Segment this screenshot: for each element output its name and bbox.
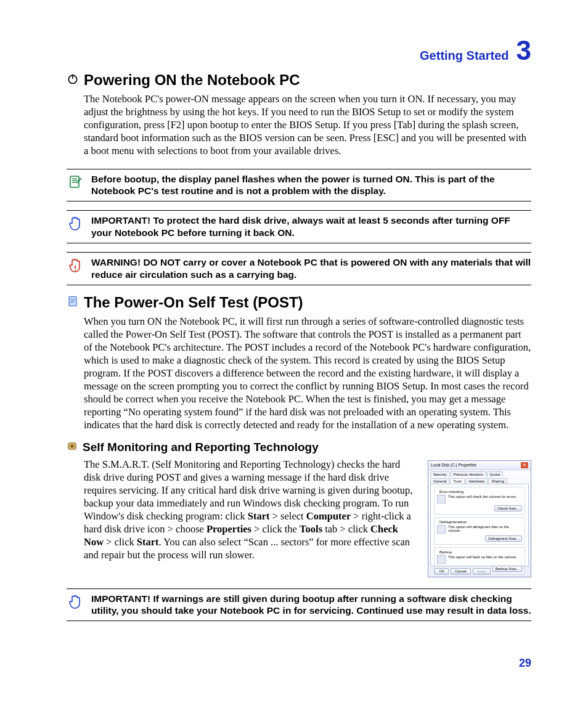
cancel-button[interactable]: Cancel	[451, 568, 471, 574]
manual-page: Getting Started 3 Powering ON the Notebo…	[0, 0, 588, 708]
tab-previous-versions[interactable]: Previous Versions	[451, 471, 486, 477]
hand-stop-icon	[67, 593, 84, 610]
properties-dialog: Local Disk (C:) Properties ✕ Security Pr…	[428, 460, 531, 577]
note-important-servicing: IMPORTANT! If warnings are still given d…	[67, 588, 531, 622]
section-body: When you turn ON the Notebook PC, it wil…	[84, 315, 531, 432]
disk-check-icon	[437, 495, 446, 503]
defragment-now-button[interactable]: Defragment Now...	[485, 535, 522, 542]
tab-quota[interactable]: Quota	[487, 471, 503, 477]
tab-sharing[interactable]: Sharing	[488, 478, 507, 484]
hand-stop-icon	[67, 214, 84, 232]
dialog-tab-row-1: Security Previous Versions Quota	[428, 470, 531, 477]
page-number: 29	[519, 657, 531, 670]
note-text: IMPORTANT! If warnings are still given d…	[91, 593, 531, 617]
dialog-tab-row-2: General Tools Hardware Sharing	[428, 477, 531, 484]
defrag-icon	[437, 525, 446, 534]
power-icon	[67, 73, 79, 87]
section-post: The Power-On Self Test (POST) When you t…	[67, 294, 531, 577]
dialog-title: Local Disk (C:) Properties	[431, 463, 476, 467]
check-now-button[interactable]: Check Now...	[494, 505, 522, 511]
section-heading: Powering ON the Notebook PC	[84, 71, 300, 89]
note-icon	[67, 173, 84, 189]
apply-button[interactable]: Apply	[473, 568, 491, 574]
chip-icon	[67, 441, 78, 454]
section-powering-on: Powering ON the Notebook PC The Notebook…	[67, 71, 531, 158]
section-body: The Notebook PC's power-ON message appea…	[84, 92, 531, 158]
backup-now-button[interactable]: Backup Now...	[492, 566, 522, 572]
svg-rect-8	[69, 296, 76, 306]
note-info: Before bootup, the display panel flashes…	[67, 169, 531, 202]
chapter-title: Getting Started	[420, 49, 508, 63]
tab-tools[interactable]: Tools	[450, 478, 465, 484]
ok-button[interactable]: OK	[435, 568, 449, 574]
section-heading: The Power-On Self Test (POST)	[84, 294, 303, 311]
close-icon[interactable]: ✕	[521, 462, 528, 468]
document-icon	[67, 295, 79, 310]
subsection-heading: Self Monitoring and Reporting Technology	[83, 441, 319, 454]
svg-point-7	[75, 269, 76, 271]
hand-warning-icon	[67, 256, 84, 274]
svg-rect-13	[71, 444, 74, 447]
tab-hardware[interactable]: Hardware	[465, 478, 488, 484]
group-defragmentation: Defragmentation This option will defragm…	[434, 517, 525, 545]
note-text: IMPORTANT! To protect the hard disk driv…	[91, 214, 531, 239]
tab-security[interactable]: Security	[430, 471, 450, 477]
tab-general[interactable]: General	[430, 478, 449, 484]
subsection-body: The S.M.A.R.T. (Self Monitoring and Repo…	[84, 458, 419, 562]
chapter-header: Getting Started 3	[67, 37, 531, 64]
chapter-number: 3	[517, 37, 531, 64]
backup-icon	[437, 555, 446, 564]
note-text: WARNING! DO NOT carry or cover a Noteboo…	[91, 256, 531, 281]
group-error-checking: Error-checking This option will check th…	[434, 487, 525, 515]
note-text: Before bootup, the display panel flashes…	[91, 173, 531, 198]
note-warning: WARNING! DO NOT carry or cover a Noteboo…	[67, 252, 531, 285]
note-important: IMPORTANT! To protect the hard disk driv…	[67, 210, 531, 243]
